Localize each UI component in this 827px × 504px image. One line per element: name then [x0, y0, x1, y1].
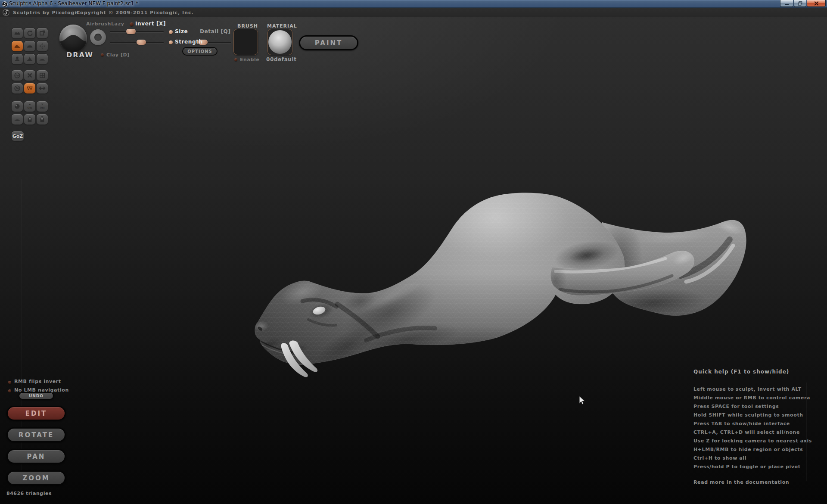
clay-checkbox[interactable]	[101, 53, 104, 56]
mesh-tools-group	[12, 70, 48, 93]
size-slider-track	[110, 31, 164, 32]
draw-button[interactable]	[12, 41, 23, 51]
triangle-count: 84626 triangles	[6, 491, 52, 496]
quick-help-line: Use Z for locking camera to nearest axis	[693, 437, 811, 445]
save-file-button[interactable]	[37, 114, 48, 124]
rmb-flips-invert-checkbox[interactable]	[8, 381, 11, 384]
rmb-flips-invert-label[interactable]: RMB flips invert	[14, 379, 61, 384]
zoom-button[interactable]: ZOOM	[6, 470, 66, 485]
quick-help-line: Ctrl+H to show all	[693, 454, 811, 463]
quick-help-line: Middle mouse or RMB to control camera	[693, 394, 811, 402]
quick-help-lines: Left mouse to sculpt, invert with ALTMid…	[693, 385, 811, 471]
paint-mode-button[interactable]: PAINT	[299, 35, 358, 50]
rotate-icon	[26, 30, 33, 37]
minimize-icon	[785, 1, 789, 5]
quick-help-footer[interactable]: Read more in the documentation	[693, 479, 811, 485]
import-obj-button[interactable]: OBJ	[24, 101, 35, 112]
new-plane-button[interactable]	[12, 114, 23, 124]
size-radio[interactable]	[169, 30, 173, 34]
reduce-selected-button[interactable]	[24, 70, 35, 81]
rotate-button[interactable]	[24, 28, 35, 38]
brushes-group	[12, 28, 48, 64]
obj-import-icon: OBJ	[26, 103, 33, 110]
copyright-label: Copyright © 2009-2011 Pixologic, Inc.	[76, 10, 194, 16]
airbrush-toggle[interactable]: Airbrush	[86, 21, 111, 27]
restore-button[interactable]	[794, 0, 806, 7]
pinch-button[interactable]	[24, 54, 35, 64]
wireframe-button[interactable]	[24, 83, 35, 93]
edit-button[interactable]: EDIT	[6, 406, 66, 421]
strength-label[interactable]: Strength	[175, 39, 203, 45]
inflate-button[interactable]	[12, 54, 23, 64]
app-window: Sculptris Alpha 6 - Sealbeaver NEW F pai…	[0, 0, 827, 504]
strength-slider[interactable]	[110, 40, 164, 45]
wireframe-icon	[26, 85, 33, 92]
flatten-button[interactable]	[24, 41, 35, 51]
brush-texture-swatch[interactable]	[233, 29, 258, 55]
pixologic-logo-icon	[3, 9, 9, 16]
disk-save-icon	[39, 116, 46, 123]
size-slider[interactable]	[110, 29, 164, 34]
strength-radio[interactable]	[169, 40, 173, 44]
obj-export-icon: OBJ	[39, 103, 46, 110]
brush-enable-checkbox[interactable]	[234, 58, 237, 61]
size-label[interactable]: Size	[175, 28, 188, 34]
scale-button[interactable]	[37, 28, 48, 38]
rotate-button[interactable]: ROTATE	[6, 427, 66, 442]
export-obj-button[interactable]: OBJ	[37, 101, 48, 112]
flatten-icon	[26, 43, 33, 50]
quick-help-line: Press/hold P to toggle or place pivot	[693, 463, 811, 471]
new-sphere-button[interactable]	[12, 101, 23, 112]
svg-text:OBJ: OBJ	[40, 106, 44, 109]
plane-icon	[14, 116, 21, 123]
quick-help-line: H+LMB/RMB to hide region or objects	[693, 445, 811, 454]
smooth-icon	[39, 56, 46, 62]
clay-label[interactable]: Clay [D]	[106, 52, 130, 58]
grab-icon	[39, 43, 46, 50]
grab-button[interactable]	[37, 41, 48, 51]
material-name[interactable]: 00default	[266, 56, 297, 62]
quick-help-line: Press TAB to show/hide interface	[693, 420, 811, 428]
mask-button[interactable]	[12, 83, 23, 93]
sphere-icon	[14, 103, 21, 110]
minimize-button[interactable]	[780, 0, 793, 7]
lazy-toggle[interactable]: Lazy	[111, 21, 124, 27]
no-lmb-navigation-checkbox[interactable]	[8, 389, 11, 392]
quick-help-title: Quick help (F1 to show/hide)	[693, 369, 811, 375]
invert-label[interactable]: Invert [X]	[135, 21, 166, 27]
options-button[interactable]: OPTIONS	[182, 47, 218, 56]
menu-bar: Sculptris by Pixologic Copyright © 2009-…	[0, 8, 827, 17]
grid-icon	[39, 72, 46, 79]
symmetry-button[interactable]	[37, 83, 48, 93]
material-sphere-preview	[268, 30, 292, 54]
pan-button[interactable]: PAN	[6, 449, 66, 464]
tool-palette: OBJOBJ	[12, 28, 48, 124]
brush-falloff-preview[interactable]	[90, 29, 106, 45]
file-tools-group: OBJOBJ	[12, 101, 48, 124]
active-tool-name: DRAW	[66, 51, 93, 59]
open-file-button[interactable]	[24, 114, 35, 124]
restore-icon	[798, 1, 802, 6]
strength-slider-knob[interactable]	[137, 40, 146, 45]
smooth-button[interactable]	[37, 54, 48, 64]
window-controls	[780, 0, 826, 7]
title-bar[interactable]: Sculptris Alpha 6 - Sealbeaver NEW F pai…	[0, 0, 827, 8]
size-slider-knob[interactable]	[126, 29, 136, 34]
active-tool-preview[interactable]	[59, 25, 87, 52]
quick-help-line: CTRL+A, CTRL+D will select all/none	[693, 428, 811, 437]
symmetry-icon	[39, 85, 46, 92]
undo-button[interactable]: UNDO	[19, 392, 54, 400]
quick-help-line: Left mouse to sculpt, invert with ALT	[693, 385, 811, 394]
goz-button[interactable]: GoZ	[12, 131, 24, 141]
close-button[interactable]	[807, 0, 826, 7]
brush-panel-title: BRUSH	[237, 23, 258, 29]
reduce-brush-button[interactable]	[12, 70, 23, 81]
svg-text:OBJ: OBJ	[27, 106, 32, 109]
subdivide-all-button[interactable]	[37, 70, 48, 81]
invert-checkbox[interactable]	[130, 22, 134, 26]
brush-enable-label[interactable]: Enable	[240, 57, 259, 62]
crease-button[interactable]	[12, 28, 23, 38]
close-icon	[814, 1, 819, 6]
quick-help-line: Press SPACE for tool settings	[693, 402, 811, 411]
material-swatch[interactable]	[267, 29, 292, 55]
